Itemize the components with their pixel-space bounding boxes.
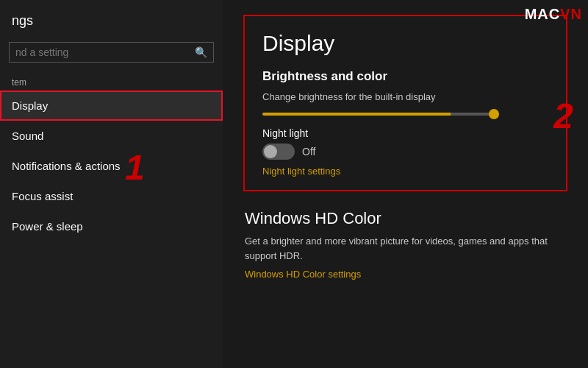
sidebar-item-focus[interactable]: Focus assist xyxy=(0,181,223,211)
hd-color-description: Get a brighter and more vibrant picture … xyxy=(245,234,566,263)
hd-color-section: Windows HD Color Get a brighter and more… xyxy=(243,209,567,280)
search-box[interactable]: 🔍 xyxy=(9,42,214,63)
brightness-heading: Brightness and color xyxy=(262,69,548,84)
night-light-settings-link[interactable]: Night light settings xyxy=(262,166,548,177)
night-light-label: Night light xyxy=(262,127,548,139)
brightness-slider-container[interactable] xyxy=(262,113,548,116)
hd-color-title: Windows HD Color xyxy=(245,209,566,228)
brightness-slider-thumb[interactable] xyxy=(489,109,499,119)
sidebar-item-display[interactable]: Display xyxy=(0,91,223,121)
sidebar-item-power[interactable]: Power & sleep xyxy=(0,211,223,241)
hd-color-settings-link[interactable]: Windows HD Color settings xyxy=(245,269,566,280)
sidebar-title: ngs xyxy=(0,0,223,36)
sidebar: ngs 🔍 tem Display Sound Notifications & … xyxy=(0,0,223,368)
annotation-two: 2 xyxy=(553,96,573,136)
search-icon: 🔍 xyxy=(195,46,207,58)
watermark-vn: VN xyxy=(560,6,582,22)
display-title: Display xyxy=(262,31,548,56)
main-content: MACVN Display Brightness and color Chang… xyxy=(223,0,588,368)
watermark: MACVN xyxy=(525,6,582,23)
sidebar-item-notifications[interactable]: Notifications & actions xyxy=(0,151,223,181)
sidebar-section-label: tem xyxy=(0,73,223,91)
brightness-slider-track[interactable] xyxy=(262,113,498,116)
search-input[interactable] xyxy=(15,46,195,58)
watermark-mac: MAC xyxy=(525,6,561,22)
annotation-one: 1 xyxy=(125,147,145,188)
night-light-toggle[interactable] xyxy=(262,144,295,160)
toggle-state-label: Off xyxy=(302,146,315,158)
toggle-knob xyxy=(264,145,277,158)
display-section-box: Display Brightness and color Change brig… xyxy=(243,15,567,191)
toggle-row[interactable]: Off xyxy=(262,144,548,160)
brightness-description: Change brightness for the built-in displ… xyxy=(262,91,548,102)
night-light-section: Night light Off Night light settings xyxy=(262,127,548,177)
sidebar-item-sound[interactable]: Sound xyxy=(0,121,223,151)
